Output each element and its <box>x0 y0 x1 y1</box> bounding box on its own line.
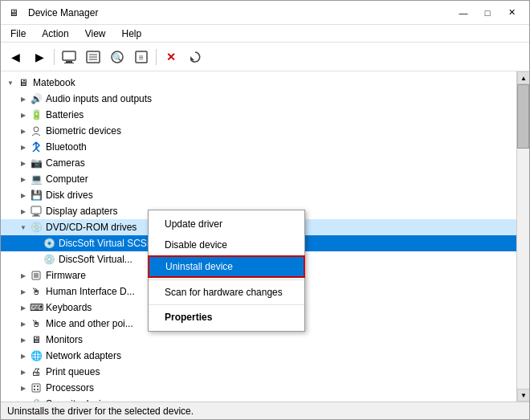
list-item[interactable]: ▶ Biometric devices <box>1 123 516 139</box>
dvd-label: DVD/CD-ROM drives <box>46 222 137 233</box>
print-icon: 🖨 <box>30 365 43 378</box>
svg-rect-14 <box>34 214 39 216</box>
main-content: ▼ 🖥 Matebook ▶ 🔊 Audio inputs and output… <box>1 71 529 402</box>
status-bar: Uninstalls the driver for the selected d… <box>1 402 529 419</box>
expand-hid[interactable]: ▶ <box>17 285 30 298</box>
expand-disk[interactable]: ▶ <box>17 189 30 202</box>
list-item[interactable]: ▶ 🔒 Security devices <box>1 396 516 402</box>
expand-bluetooth[interactable]: ▶ <box>17 141 30 153</box>
mice-label: Mice and other poi... <box>46 318 133 329</box>
menu-help[interactable]: Help <box>116 27 149 41</box>
toolbar-list[interactable] <box>82 46 104 68</box>
firmware-icon <box>30 269 43 282</box>
tree-root[interactable]: ▼ 🖥 Matebook <box>1 75 516 91</box>
expand-display[interactable]: ▶ <box>17 205 30 218</box>
processors-label: Processors <box>46 382 94 393</box>
expand-biometric[interactable]: ▶ <box>17 124 30 137</box>
cameras-icon: 📷 <box>30 157 43 169</box>
list-item[interactable]: ▶ 🖥 Monitors <box>1 332 516 348</box>
context-menu-separator <box>149 279 304 280</box>
disk-label: Disk drives <box>46 190 93 201</box>
cameras-label: Cameras <box>46 157 85 169</box>
context-scan-hardware[interactable]: Scan for hardware changes <box>149 282 304 303</box>
window-title: Device Manager <box>28 7 98 18</box>
expand-cameras[interactable]: ▶ <box>17 157 30 169</box>
context-menu: Update driver Disable device Uninstall d… <box>148 210 305 332</box>
menu-file[interactable]: File <box>4 27 32 41</box>
device-manager-window: 🖥 Device Manager — □ ✕ File Action View … <box>0 0 530 420</box>
keyboard-label: Keyboards <box>46 302 92 313</box>
expand-print[interactable]: ▶ <box>17 365 30 378</box>
toolbar: ◀ ▶ 🔍 ≡ ✕ <box>1 43 529 71</box>
discsoft2-label: DiscSoft Virtual... <box>59 254 132 265</box>
scrollbar-track[interactable] <box>517 84 529 389</box>
scrollbar-thumb[interactable] <box>517 84 529 149</box>
context-uninstall-device[interactable]: Uninstall device <box>148 255 305 278</box>
expand-processors[interactable]: ▶ <box>17 381 30 394</box>
toolbar-refresh[interactable] <box>184 46 206 68</box>
title-bar-left: 🖥 Device Manager <box>7 6 98 19</box>
toolbar-properties[interactable]: ≡ <box>130 46 153 68</box>
list-item[interactable]: ▶ Processors <box>1 380 516 396</box>
list-item[interactable]: ▶ 📷 Cameras <box>1 155 516 171</box>
list-item[interactable]: ▶ 🌐 Network adapters <box>1 348 516 364</box>
svg-rect-13 <box>31 206 41 214</box>
toolbar-scan[interactable]: 🔍 <box>106 46 128 68</box>
hid-icon: 🖱 <box>30 285 43 298</box>
menu-view[interactable]: View <box>79 27 112 41</box>
toolbar-computer[interactable] <box>58 46 80 68</box>
context-disable-device[interactable]: Disable device <box>149 234 304 255</box>
toolbar-remove[interactable]: ✕ <box>160 46 182 68</box>
expand-computer[interactable]: ▶ <box>17 173 30 186</box>
svg-text:≡: ≡ <box>139 53 144 62</box>
batteries-icon: 🔋 <box>30 108 43 121</box>
svg-rect-0 <box>63 51 75 60</box>
close-button[interactable]: ✕ <box>500 4 523 22</box>
toolbar-forward[interactable]: ▶ <box>28 46 51 68</box>
expand-keyboard[interactable]: ▶ <box>17 301 30 314</box>
list-item[interactable]: ▶ Bluetooth <box>1 139 516 155</box>
mice-icon: 🖱 <box>30 317 43 330</box>
print-label: Print queues <box>46 366 100 377</box>
list-item[interactable]: ▶ 🔋 Batteries <box>1 107 516 123</box>
security-icon: 🔒 <box>30 398 43 402</box>
root-label: Matebook <box>33 77 75 88</box>
list-item[interactable]: ▶ 💾 Disk drives <box>1 187 516 203</box>
svg-point-12 <box>34 127 39 132</box>
menu-action[interactable]: Action <box>35 27 75 41</box>
display-label: Display adapters <box>46 206 117 217</box>
toolbar-separator-1 <box>54 49 55 65</box>
maximize-button[interactable]: □ <box>476 4 499 22</box>
svg-rect-17 <box>34 273 39 278</box>
expand-security[interactable]: ▶ <box>17 398 30 402</box>
expand-network[interactable]: ▶ <box>17 349 30 362</box>
list-item[interactable]: ▶ 🖨 Print queues <box>1 364 516 380</box>
root-expand[interactable]: ▼ <box>4 76 17 89</box>
biometric-label: Biometric devices <box>46 125 121 137</box>
context-properties[interactable]: Properties <box>149 307 304 328</box>
svg-rect-20 <box>37 385 39 387</box>
computer-icon: 💻 <box>30 173 43 186</box>
svg-rect-18 <box>32 384 40 392</box>
scrollbar[interactable]: ▲ ▼ <box>516 71 529 402</box>
expand-audio[interactable]: ▶ <box>17 92 30 105</box>
list-item[interactable]: ▶ 🔊 Audio inputs and outputs <box>1 91 516 107</box>
svg-rect-19 <box>34 385 35 387</box>
list-item[interactable]: ▶ 💻 Computer <box>1 171 516 187</box>
expand-firmware[interactable]: ▶ <box>17 269 30 282</box>
context-update-driver[interactable]: Update driver <box>149 214 304 234</box>
expand-monitors[interactable]: ▶ <box>17 333 30 346</box>
expand-batteries[interactable]: ▶ <box>17 108 30 121</box>
minimize-button[interactable]: — <box>452 4 475 22</box>
toolbar-back[interactable]: ◀ <box>4 46 26 68</box>
scroll-up-button[interactable]: ▲ <box>517 71 529 84</box>
svg-rect-22 <box>37 389 39 390</box>
status-text: Uninstalls the driver for the selected d… <box>7 406 194 417</box>
processors-icon <box>30 381 43 394</box>
svg-rect-1 <box>66 61 72 63</box>
expand-mice[interactable]: ▶ <box>17 317 30 330</box>
expand-dvd[interactable]: ▼ <box>17 221 30 234</box>
scroll-down-button[interactable]: ▼ <box>517 389 529 402</box>
root-icon: 🖥 <box>17 76 30 89</box>
batteries-label: Batteries <box>46 109 84 120</box>
